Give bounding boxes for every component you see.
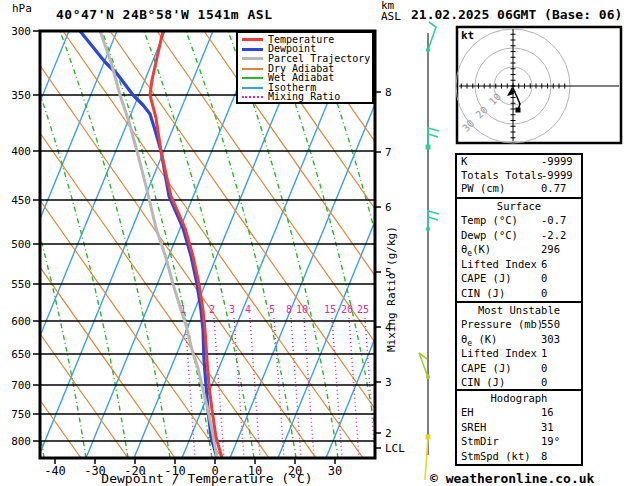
km-tick-label: 8 [385,86,392,99]
panel-row: SREH31 [457,420,581,435]
panel-row-label: θe(K) [461,243,491,255]
mixing-ratio-value-label: 2 [209,304,215,315]
wind-barb [428,134,438,137]
pressure-tick-label: 750 [11,408,31,421]
panel-row-label: CIN (J) [461,287,505,299]
wind-barb [428,217,438,220]
legend-swatch [242,57,263,60]
mixing-ratio-axis-label: Mixing Ratio (g/kg) [385,226,398,352]
panel-row: Pressure (mb)550 [457,317,581,332]
hodograph-unit-label: kt [461,29,474,42]
panel-row: θe (K)303 [457,332,581,347]
legend-item: Mixing Ratio [242,93,372,103]
panel-row-label: Lifted Index [461,258,537,270]
wind-barb-marker [426,227,430,231]
most-unstable-panel: Most Unstable Pressure (mb)550θe (K)303L… [455,301,583,391]
wind-barb [425,437,428,480]
panel-row-label: CAPE (J) [461,272,512,284]
legend-swatch [242,77,263,79]
mixing-ratio-value-label: 5 [269,304,275,315]
most-unstable-panel-title: Most Unstable [457,303,581,317]
panel-row-value: -9999 [541,155,573,169]
pressure-tick-label: 600 [11,315,31,328]
panel-row-value: 0 [541,286,547,301]
hodograph-trace-marker [516,108,521,113]
mixing-ratio-value-label: 8 [286,304,292,315]
legend-swatch [242,68,263,70]
panel-row-value: 550 [541,317,560,332]
surface-panel: Surface Temp (°C)-0.7Dewp (°C)-2.2θe(K)2… [455,197,583,303]
panel-row-value: 0.77 [541,182,566,196]
mixing-ratio-value-label: 1 [180,304,186,315]
panel-row-value: 0 [541,375,547,390]
mixing-ratio-value-label: 25 [357,304,369,315]
panel-row-value: 19° [541,434,560,449]
pressure-tick-label: 700 [11,379,31,392]
panel-row-label: Lifted Index [461,347,537,359]
panel-row-value: 1 [541,346,547,361]
pressure-tick-label: 500 [11,238,31,251]
wind-barb [428,128,439,131]
panel-row-value: 0 [541,271,547,286]
km-tick-label: 3 [385,376,392,389]
legend-swatch [242,87,263,89]
hodograph-border [457,27,621,143]
wind-barb [428,22,436,50]
panel-row-value: 303 [541,332,560,347]
panel-row: CAPE (J)0 [457,361,581,376]
copyright: © weatheronline.co.uk [430,471,594,486]
mixing-ratio-value-label: 20 [341,304,353,315]
panel-row-label: θe (K) [461,333,497,345]
panel-row: CIN (J)0 [457,286,581,301]
mixing-ratio-line [332,318,342,458]
panel-row: Lifted Index1 [457,346,581,361]
panel-row-label: SREH [461,421,486,433]
pressure-tick-label: 350 [11,89,31,102]
station-title: 40°47'N 24B°58'W 1541m ASL [56,7,273,22]
panel-row: θe(K)296 [457,242,581,257]
altitude-axis-unit: kmASL [381,0,401,22]
panel-row: K-9999 [457,155,581,169]
mixing-ratio-value-label: 3 [229,304,235,315]
panel-row-label: CIN (J) [461,376,505,388]
indices-panel: K-9999Totals Totals-9999PW (cm)0.77 [455,153,583,199]
panel-row-value: 16 [541,405,554,420]
panel-row: Lifted Index6 [457,257,581,272]
pressure-tick-label: 450 [11,194,31,207]
surface-panel-title: Surface [457,199,581,213]
panel-row: Totals Totals-9999 [457,169,581,183]
panel-row-value: 8 [541,449,547,464]
panel-row: CAPE (J)0 [457,271,581,286]
panel-row-value: 296 [541,242,560,257]
skewt-sounding-app: 300350400450500550600650700750800-40-30-… [0,0,629,486]
mixing-ratio-line [291,318,301,458]
wind-barb-marker [426,375,430,379]
panel-row: CIN (J)0 [457,375,581,390]
panel-row-value: -9999 [541,169,573,183]
lcl-label: LCL [385,442,405,455]
panel-row-label: Totals Totals [461,169,543,181]
wind-barb-marker [426,435,431,440]
panel-row-value: 0 [541,361,547,376]
pressure-tick-label: 650 [11,348,31,361]
panel-row-label: Dewp (°C) [461,229,518,241]
panel-row: Dewp (°C)-2.2 [457,228,581,243]
hodograph-panel: 102030kt [456,27,621,143]
mixing-ratio-line [304,318,314,458]
panel-row-value: -0.7 [541,213,566,228]
temperature-axis-label: Dewpoint / Temperature (°C) [62,471,352,486]
hodograph-panel-title: Hodograph [457,391,581,405]
panel-row-label: PW (cm) [461,182,505,194]
mixing-ratio-value-label: 4 [245,304,251,315]
asl-label: ASL [381,11,401,22]
panel-row-label: Temp (°C) [461,214,518,226]
panel-row: PW (cm)0.77 [457,182,581,196]
pressure-tick-label: 800 [11,435,31,448]
wet-adiabat-line [0,31,2,458]
pressure-tick-label: 300 [11,25,31,38]
legend-swatch [242,38,263,41]
wind-barb-marker [426,145,431,150]
hodograph-panel-table: Hodograph EH16SREH31StmDir19°StmSpd (kt)… [455,389,583,466]
panel-row: StmSpd (kt)8 [457,449,581,464]
wind-barb-marker [426,48,430,52]
